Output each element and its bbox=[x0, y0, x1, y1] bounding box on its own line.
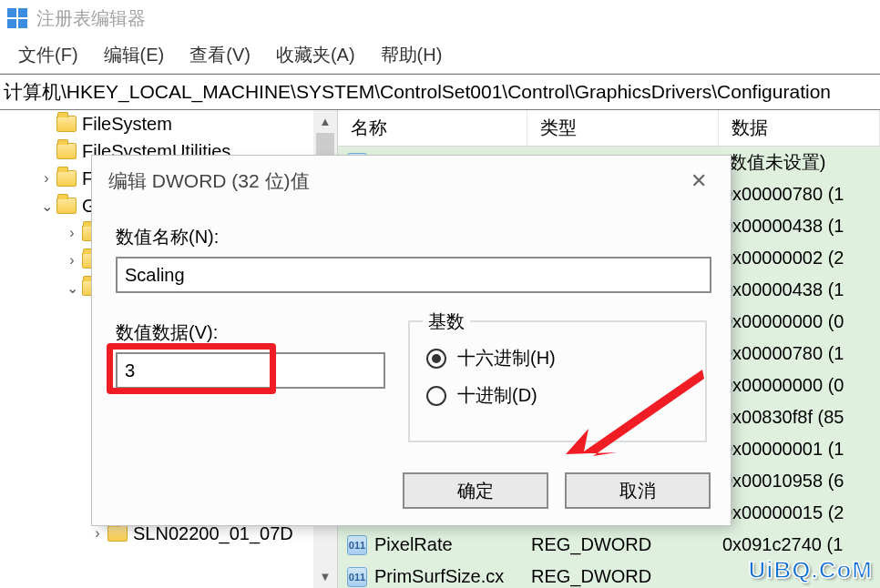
folder-icon bbox=[56, 198, 77, 214]
cell-data: 0x00000000 (0 bbox=[719, 311, 880, 332]
dialog-title: 编辑 DWORD (32 位)值 bbox=[108, 168, 310, 194]
cell-data: 0x00000015 (2 bbox=[719, 502, 880, 523]
value-name-label: 数值名称(N): bbox=[116, 225, 707, 249]
list-header: 名称 类型 数据 bbox=[338, 110, 880, 147]
col-name-header[interactable]: 名称 bbox=[338, 110, 527, 146]
radix-dec-label: 十进制(D) bbox=[457, 383, 537, 408]
menu-file[interactable]: 文件(F) bbox=[5, 39, 91, 71]
menu-favorites[interactable]: 收藏夹(A) bbox=[263, 39, 368, 71]
tree-item-label: FileSystem bbox=[82, 114, 172, 135]
value-data-label: 数值数据(V): bbox=[116, 320, 408, 345]
radix-hex-label: 十六进制(H) bbox=[457, 346, 556, 370]
cell-name: 011PrimSurfSize.cx bbox=[338, 566, 527, 587]
cell-type: REG_DWORD bbox=[527, 534, 719, 555]
cell-data: 0x091c2740 (1 bbox=[719, 534, 880, 555]
ok-button[interactable]: 确定 bbox=[403, 472, 548, 509]
cell-type: REG_DWORD bbox=[527, 566, 719, 587]
edit-dword-dialog: 编辑 DWORD (32 位)值 ✕ 数值名称(N): 数值数据(V): 基数 … bbox=[91, 155, 732, 526]
folder-icon bbox=[56, 116, 77, 132]
value-name: PixelRate bbox=[374, 534, 453, 555]
value-name-input[interactable] bbox=[116, 257, 711, 293]
cell-data: 0x00000002 (2 bbox=[719, 248, 880, 269]
cell-data: 0x00830f8f (85 bbox=[719, 407, 880, 428]
radix-group: 基数 十六进制(H) 十进制(D) bbox=[408, 320, 707, 442]
radio-unchecked-icon bbox=[426, 386, 446, 406]
radix-hex-radio[interactable]: 十六进制(H) bbox=[426, 346, 689, 370]
radio-checked-icon bbox=[426, 349, 446, 369]
regedit-app-icon bbox=[7, 8, 27, 28]
cell-data: 0x00000438 (1 bbox=[719, 279, 880, 300]
folder-icon bbox=[56, 170, 77, 187]
radix-legend: 基数 bbox=[423, 309, 470, 334]
chevron-down-icon[interactable]: ⌄ bbox=[62, 279, 82, 297]
dword-value-icon: 011 bbox=[347, 535, 367, 555]
scroll-up-icon[interactable]: ▲ bbox=[313, 110, 337, 133]
cancel-button[interactable]: 取消 bbox=[565, 472, 711, 509]
cell-data: 0x00000001 (1 bbox=[719, 439, 880, 460]
address-bar[interactable]: 计算机\HKEY_LOCAL_MACHINE\SYSTEM\ControlSet… bbox=[0, 74, 880, 110]
watermark: UiBQ.CoM bbox=[748, 556, 873, 584]
menu-view[interactable]: 查看(V) bbox=[177, 39, 263, 71]
cell-data: (数值未设置) bbox=[719, 150, 880, 175]
cell-data: 0x00000780 (1 bbox=[719, 343, 880, 364]
value-name: PrimSurfSize.cx bbox=[374, 566, 504, 587]
cell-data: 0x00000780 (1 bbox=[719, 184, 880, 205]
cell-data: 0x00000000 (0 bbox=[719, 375, 880, 396]
value-data-input[interactable] bbox=[116, 352, 385, 389]
tree-item[interactable]: FileSystem bbox=[0, 110, 313, 137]
menu-bar: 文件(F) 编辑(E) 查看(V) 收藏夹(A) 帮助(H) bbox=[0, 37, 880, 74]
cell-name: 011PixelRate bbox=[338, 534, 527, 555]
menu-edit[interactable]: 编辑(E) bbox=[91, 39, 178, 71]
col-type-header[interactable]: 类型 bbox=[527, 110, 719, 146]
title-bar: 注册表编辑器 bbox=[0, 0, 880, 37]
close-icon[interactable]: ✕ bbox=[683, 166, 714, 197]
radix-dec-radio[interactable]: 十进制(D) bbox=[426, 383, 689, 408]
chevron-right-icon[interactable]: › bbox=[62, 225, 82, 241]
cell-data: 0x00000438 (1 bbox=[719, 216, 880, 237]
folder-icon bbox=[56, 143, 77, 159]
col-data-header[interactable]: 数据 bbox=[719, 110, 880, 146]
dialog-title-bar: 编辑 DWORD (32 位)值 ✕ bbox=[92, 156, 731, 207]
folder-icon bbox=[107, 525, 128, 542]
chevron-right-icon[interactable]: › bbox=[62, 252, 82, 269]
window-title: 注册表编辑器 bbox=[36, 6, 146, 31]
menu-help[interactable]: 帮助(H) bbox=[368, 39, 455, 71]
chevron-right-icon[interactable]: › bbox=[87, 525, 107, 542]
chevron-down-icon[interactable]: ⌄ bbox=[36, 198, 56, 215]
scroll-down-icon[interactable]: ▼ bbox=[313, 565, 337, 588]
cell-data: 0x00010958 (6 bbox=[719, 471, 880, 492]
dword-value-icon: 011 bbox=[347, 567, 367, 587]
chevron-right-icon[interactable]: › bbox=[36, 170, 56, 187]
